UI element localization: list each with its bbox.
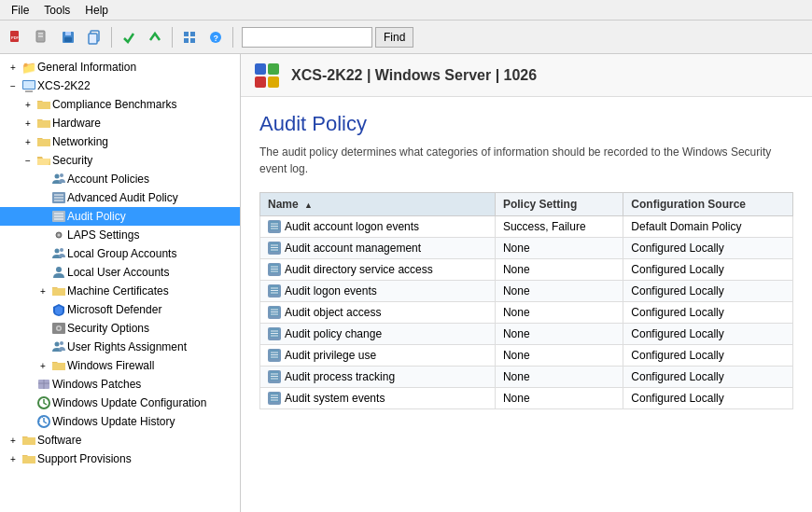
cell-policy-setting: None bbox=[495, 345, 623, 367]
svg-rect-18 bbox=[23, 81, 35, 89]
main-area: + 📁 General Information − XCS-2K22 + Com… bbox=[0, 54, 812, 512]
sidebar-item-support[interactable]: + Support Provisions bbox=[0, 450, 240, 468]
sidebar-item-security-opts[interactable]: Security Options bbox=[0, 319, 240, 338]
svg-rect-55 bbox=[270, 242, 279, 252]
toggle-xcs-2k22[interactable]: − bbox=[6, 78, 21, 93]
sidebar-item-local-user[interactable]: Local User Accounts bbox=[0, 263, 240, 282]
sidebar-item-xcs-2k22[interactable]: − XCS-2K22 bbox=[0, 76, 240, 95]
page-description: The audit policy determines what categor… bbox=[259, 144, 793, 177]
cell-config-source: Configured Locally bbox=[623, 367, 793, 388]
svg-rect-20 bbox=[37, 120, 50, 128]
toggle-hardware[interactable]: + bbox=[21, 116, 35, 131]
sidebar-item-laps[interactable]: LAPS Settings bbox=[0, 226, 240, 244]
cell-name: Audit system events bbox=[260, 388, 496, 409]
cell-policy-setting: Success, Failure bbox=[495, 216, 623, 238]
sidebar-item-windows-patches[interactable]: Windows Patches bbox=[0, 375, 240, 394]
sidebar-item-general-info[interactable]: + 📁 General Information bbox=[0, 58, 240, 76]
folder-icon bbox=[50, 284, 67, 298]
search-input[interactable] bbox=[242, 27, 372, 48]
content-panel: XCS-2K22 | Windows Server | 1026 Audit P… bbox=[241, 54, 812, 512]
sidebar-item-machine-cert[interactable]: + Machine Certificates bbox=[0, 282, 240, 300]
menu-file[interactable]: File bbox=[4, 2, 36, 19]
table-row: Audit account management None Configured… bbox=[260, 238, 793, 259]
toggle-software[interactable]: + bbox=[6, 433, 21, 448]
sidebar-item-security[interactable]: − Security bbox=[0, 151, 240, 170]
toolbar-check-btn[interactable] bbox=[117, 25, 141, 49]
col-policy-setting[interactable]: Policy Setting bbox=[495, 193, 623, 216]
toolbar-copy-btn[interactable] bbox=[82, 25, 106, 49]
menu-tools[interactable]: Tools bbox=[36, 2, 77, 19]
toggle-windows-fw[interactable]: + bbox=[35, 358, 50, 373]
svg-rect-6 bbox=[65, 32, 71, 35]
cell-name: Audit account logon events bbox=[260, 216, 496, 238]
menu-bar: File Tools Help bbox=[0, 0, 812, 21]
row-icon bbox=[268, 306, 281, 319]
people-icon bbox=[50, 246, 67, 261]
toggle-machine-cert[interactable]: + bbox=[35, 284, 50, 298]
svg-point-36 bbox=[56, 267, 62, 272]
sidebar-item-hardware[interactable]: + Hardware bbox=[0, 114, 240, 132]
cell-policy-setting: None bbox=[495, 302, 623, 324]
find-button[interactable]: Find bbox=[375, 27, 413, 48]
toolbar-grid-btn[interactable] bbox=[177, 25, 202, 49]
sidebar-item-user-rights[interactable]: User Rights Assignment bbox=[0, 338, 240, 356]
content-header: XCS-2K22 | Windows Server | 1026 bbox=[241, 54, 812, 97]
sidebar-label: Networking bbox=[52, 135, 108, 148]
table-row: Audit directory service access None Conf… bbox=[260, 259, 793, 281]
defender-icon bbox=[50, 302, 67, 317]
menu-help[interactable]: Help bbox=[77, 2, 116, 19]
folder-icon bbox=[35, 134, 52, 149]
user-rights-icon bbox=[50, 339, 67, 354]
sidebar-label: Account Policies bbox=[67, 173, 149, 186]
svg-rect-9 bbox=[89, 34, 97, 44]
toggle-compliance[interactable]: + bbox=[21, 97, 35, 112]
svg-rect-71 bbox=[270, 328, 279, 338]
svg-rect-17 bbox=[25, 90, 33, 92]
toolbar-pdf-btn[interactable]: PDF bbox=[4, 25, 28, 49]
cell-name: Audit directory service access bbox=[260, 259, 496, 281]
sidebar-item-networking[interactable]: + Networking bbox=[0, 132, 240, 151]
list-icon bbox=[50, 190, 67, 205]
col-name[interactable]: Name ▲ bbox=[260, 193, 496, 216]
sidebar-label: Local Group Accounts bbox=[67, 247, 176, 260]
sidebar-label: Local User Accounts bbox=[67, 266, 169, 279]
toggle-empty bbox=[35, 228, 50, 242]
block-yellow bbox=[268, 76, 279, 88]
svg-rect-11 bbox=[190, 32, 195, 36]
cell-name: Audit object access bbox=[260, 302, 496, 324]
toggle-networking[interactable]: + bbox=[21, 134, 35, 149]
toolbar-report-btn[interactable] bbox=[30, 25, 54, 49]
table-header-row: Name ▲ Policy Setting Configuration Sour… bbox=[260, 193, 793, 216]
sidebar-item-software[interactable]: + Software bbox=[0, 431, 240, 450]
table-row: Audit policy change None Configured Loca… bbox=[260, 324, 793, 345]
sidebar-item-account-policies[interactable]: Account Policies bbox=[0, 170, 240, 188]
toggle-security[interactable]: − bbox=[21, 153, 35, 168]
sidebar-item-compliance[interactable]: + Compliance Benchmarks bbox=[0, 95, 240, 114]
sidebar-item-audit-policy[interactable]: Audit Policy bbox=[0, 207, 240, 226]
toolbar-help-btn[interactable]: ? bbox=[203, 25, 228, 49]
sidebar-label: Advanced Audit Policy bbox=[67, 191, 178, 204]
svg-rect-63 bbox=[270, 285, 279, 295]
col-config-source[interactable]: Configuration Source bbox=[623, 193, 793, 216]
toggle-support[interactable]: + bbox=[6, 451, 21, 466]
toggle-empty bbox=[35, 339, 50, 354]
sidebar-item-windows-update-hist[interactable]: Windows Update History bbox=[0, 412, 240, 431]
sidebar-label: Software bbox=[37, 434, 81, 447]
sidebar-item-local-group[interactable]: Local Group Accounts bbox=[0, 244, 240, 263]
toolbar: PDF ? Find bbox=[0, 21, 812, 54]
toggle-general-info[interactable]: + bbox=[6, 60, 21, 75]
sidebar-item-advanced-audit[interactable]: Advanced Audit Policy bbox=[0, 188, 240, 207]
sidebar-item-windows-fw[interactable]: + Windows Firewall bbox=[0, 356, 240, 375]
sidebar-item-windows-update-cfg[interactable]: Windows Update Configuration bbox=[0, 394, 240, 412]
svg-rect-10 bbox=[184, 32, 189, 36]
table-row: Audit system events None Configured Loca… bbox=[260, 388, 793, 409]
svg-point-40 bbox=[58, 327, 61, 330]
patch-icon bbox=[35, 377, 52, 392]
toolbar-save-btn[interactable] bbox=[56, 25, 80, 49]
sidebar-label: Windows Patches bbox=[52, 378, 141, 391]
svg-rect-13 bbox=[190, 38, 195, 43]
toggle-empty bbox=[35, 190, 50, 205]
sidebar-item-defender[interactable]: Microsoft Defender bbox=[0, 300, 240, 319]
toolbar-up-btn[interactable] bbox=[143, 25, 167, 49]
svg-rect-75 bbox=[270, 350, 279, 359]
